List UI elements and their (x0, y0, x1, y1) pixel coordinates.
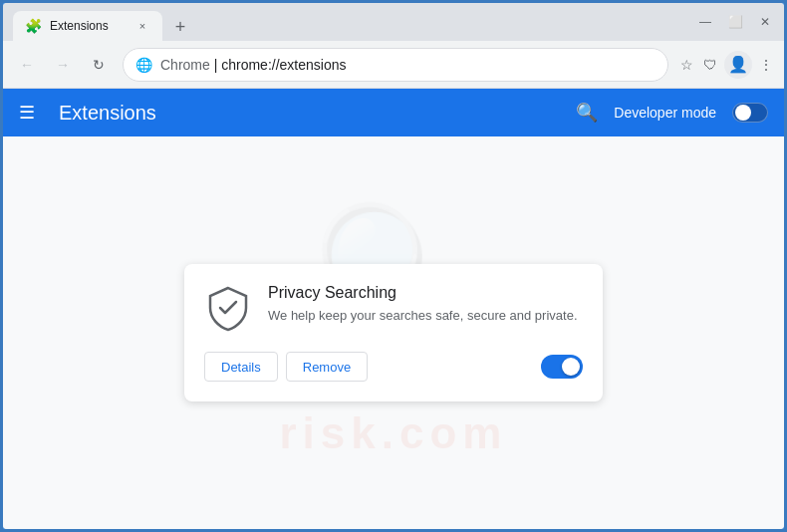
main-content: 🔍 PC risk.com Privacy Searching We help … (3, 136, 784, 529)
tab-title: Extensions (50, 19, 127, 33)
reload-button[interactable]: ↻ (83, 49, 115, 81)
forward-icon: → (56, 57, 70, 73)
profile-icon: 👤 (728, 55, 748, 74)
extension-icon (204, 284, 252, 332)
extension-name: Privacy Searching (268, 284, 583, 302)
back-button[interactable]: ← (11, 49, 43, 81)
forward-button[interactable]: → (47, 49, 79, 81)
developer-mode-toggle[interactable] (732, 103, 768, 123)
extensions-header: ☰ Extensions 🔍 Developer mode (3, 89, 784, 136)
active-tab[interactable]: 🧩 Extensions × (13, 11, 162, 41)
bookmark-button[interactable]: ☆ (676, 55, 696, 75)
reload-icon: ↻ (93, 57, 105, 73)
bookmark-icon: ☆ (680, 57, 693, 73)
card-top: Privacy Searching We help keep your sear… (204, 284, 583, 332)
shield-button[interactable]: 🛡 (700, 55, 720, 75)
extension-description: We help keep your searches safe, secure … (268, 306, 583, 326)
window-controls: — ⬜ ✕ (696, 13, 774, 31)
more-button[interactable]: ⋮ (756, 55, 776, 75)
address-text: Chrome | chrome://extensions (160, 57, 656, 73)
card-actions: Details Remove (204, 352, 583, 382)
more-icon: ⋮ (759, 57, 773, 73)
tab-strip: 🧩 Extensions × + (13, 3, 686, 41)
address-url: chrome://extensions (221, 57, 346, 73)
extension-toggle[interactable] (541, 355, 583, 379)
search-button[interactable]: 🔍 (576, 102, 598, 124)
details-button[interactable]: Details (204, 352, 278, 382)
extension-toggle-knob (562, 358, 580, 376)
remove-button[interactable]: Remove (286, 352, 368, 382)
header-actions: 🔍 Developer mode (576, 102, 768, 124)
new-tab-button[interactable]: + (166, 13, 194, 41)
menu-button[interactable]: ☰ (19, 102, 35, 124)
developer-mode-label: Developer mode (614, 105, 716, 121)
address-actions: ☆ 🛡 👤 ⋮ (676, 51, 776, 79)
minimize-button[interactable]: — (696, 13, 714, 31)
hamburger-icon: ☰ (19, 103, 35, 123)
extension-info: Privacy Searching We help keep your sear… (268, 284, 583, 326)
close-button[interactable]: ✕ (756, 13, 774, 31)
maximize-button[interactable]: ⬜ (726, 13, 744, 31)
profile-button[interactable]: 👤 (724, 51, 752, 79)
navigation-bar: ← → ↻ 🌐 Chrome | chrome://extensions ☆ 🛡… (3, 41, 784, 89)
extension-card: Privacy Searching We help keep your sear… (184, 264, 603, 401)
browser-window: 🧩 Extensions × + — ⬜ ✕ ← → ↻ 🌐 Chrome | … (3, 3, 784, 529)
page-title: Extensions (59, 102, 552, 125)
title-bar: 🧩 Extensions × + — ⬜ ✕ (3, 3, 784, 41)
back-icon: ← (20, 57, 34, 73)
address-bar[interactable]: 🌐 Chrome | chrome://extensions (123, 48, 668, 82)
address-chrome: Chrome (160, 57, 210, 73)
shield-icon: 🛡 (703, 57, 717, 73)
address-favicon-icon: 🌐 (135, 57, 152, 73)
tab-favicon: 🧩 (25, 18, 42, 34)
search-icon: 🔍 (576, 103, 598, 123)
address-separator: | (210, 57, 221, 73)
watermark-line2: risk.com (280, 408, 508, 458)
toggle-knob (735, 105, 751, 121)
tab-close-button[interactable]: × (134, 18, 150, 34)
privacy-shield-icon (204, 284, 252, 332)
